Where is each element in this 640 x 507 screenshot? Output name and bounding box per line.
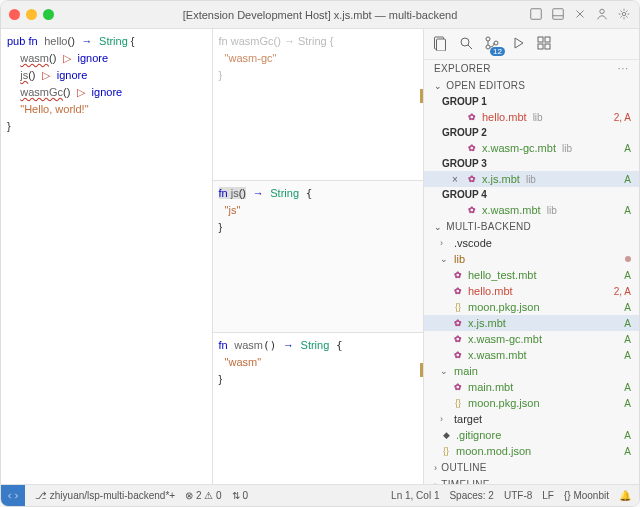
file-label: .gitignore [456,429,501,441]
editor-pane-wasmgc[interactable]: fn wasmGc() → String { "wasm-gc" } [213,29,424,181]
git-badge: A [624,350,631,361]
open-editor-item[interactable]: ✿hello.mbtlib2, A [424,109,639,125]
svg-rect-1 [553,8,564,19]
moonbit-file-icon: ✿ [452,333,464,345]
folder-item[interactable]: ⌄lib [424,251,639,267]
git-badge: A [624,382,631,393]
folder-item[interactable]: ›.vscode [424,235,639,251]
open-editor-item[interactable]: ×✿x.js.mbtlibA [424,171,639,187]
file-label: moon.pkg.json [468,301,540,313]
indent-status[interactable]: Spaces: 2 [449,490,493,501]
chevron-icon: › [440,414,450,424]
debug-icon[interactable] [510,35,526,53]
extensions-icon[interactable] [536,35,552,53]
modified-marker-icon [420,89,423,103]
editor-pane-js[interactable]: fn js() → String { "js" } [213,181,424,333]
file-label: moon.mod.json [456,445,531,457]
open-editor-item[interactable]: ✿x.wasm.mbtlibA [424,202,639,218]
maximize-window-button[interactable] [43,9,54,20]
file-item[interactable]: {}moon.pkg.jsonA [424,299,639,315]
editor-group-1[interactable]: pub fn hello() → String { wasm() ▷ ignor… [1,29,213,484]
source-control-icon[interactable] [484,35,500,53]
editor-area: pub fn hello() → String { wasm() ▷ ignor… [1,29,424,484]
file-item[interactable]: ✿x.wasm.mbtA [424,347,639,363]
editor-content[interactable]: pub fn hello() → String { wasm() ▷ ignor… [1,29,212,139]
open-editor-item[interactable]: ✿x.wasm-gc.mbtlibA [424,140,639,156]
window-controls [9,9,54,20]
close-icon[interactable] [573,7,587,23]
explorer-header: EXPLORER ··· [424,60,639,77]
account-icon[interactable] [595,7,609,23]
chevron-right-icon: › [434,463,437,473]
git-badge: A [624,398,631,409]
toggle-panel-icon[interactable] [551,7,565,23]
sidebar: EXPLORER ··· ⌄ OPEN EDITORS GROUP 1✿hell… [424,29,639,484]
folder-item[interactable]: ›target [424,411,639,427]
svg-point-12 [486,45,490,49]
search-icon[interactable] [458,35,474,53]
file-item[interactable]: ✿hello.mbt2, A [424,283,639,299]
git-badge: A [624,334,631,345]
remote-indicator[interactable] [1,485,25,507]
svg-rect-0 [531,8,542,19]
close-window-button[interactable] [9,9,20,20]
modified-dot-icon [625,256,631,262]
file-item[interactable]: ✿main.mbtA [424,379,639,395]
svg-line-10 [468,45,472,49]
git-badge: A [624,205,631,216]
git-badge: 2, A [614,112,631,123]
folder-label: lib [454,253,465,265]
git-badge: A [624,174,631,185]
file-item[interactable]: {}moon.pkg.jsonA [424,395,639,411]
outline-header[interactable]: › OUTLINE [424,459,639,476]
git-badge: A [624,143,631,154]
open-editors-header[interactable]: ⌄ OPEN EDITORS [424,77,639,94]
problems-status[interactable]: ⊗ 2 ⚠ 0 [185,490,221,501]
chevron-icon: ⌄ [440,254,450,264]
eol-status[interactable]: LF [542,490,554,501]
file-label: x.wasm-gc.mbt [468,333,542,345]
chevron-down-icon: ⌄ [434,222,442,232]
git-badge: A [624,270,631,281]
file-item[interactable]: ◆.gitignoreA [424,427,639,443]
modified-marker-icon [420,363,423,377]
gear-icon[interactable] [617,7,631,23]
svg-point-13 [494,41,498,45]
moonbit-file-icon: ✿ [452,317,464,329]
moonbit-file-icon: ✿ [466,173,478,185]
svg-rect-17 [538,44,543,49]
folder-item[interactable]: ⌄main [424,363,639,379]
more-actions-icon[interactable]: ··· [618,63,629,74]
project-header[interactable]: ⌄ MULTI-BACKEND [424,218,639,235]
file-item[interactable]: ✿x.wasm-gc.mbtA [424,331,639,347]
encoding-status[interactable]: UTF-8 [504,490,532,501]
close-editor-icon[interactable]: × [452,174,462,185]
notifications-icon[interactable]: 🔔 [619,490,631,501]
chevron-icon: ⌄ [440,366,450,376]
file-item[interactable]: ✿hello_test.mbtA [424,267,639,283]
editor-pane-wasm[interactable]: fn wasm() → String { "wasm" } [213,333,424,484]
svg-marker-14 [515,38,523,48]
chevron-icon: › [440,238,450,248]
editor-group-header: GROUP 4 [424,187,639,202]
svg-point-9 [461,38,469,46]
explorer-icon[interactable] [432,35,448,53]
file-item[interactable]: ✿x.js.mbtA [424,315,639,331]
cursor-position[interactable]: Ln 1, Col 1 [391,490,439,501]
file-label: x.js.mbt [482,173,520,185]
folder-label: target [454,413,482,425]
language-status[interactable]: {} Moonbit [564,490,609,501]
file-label: x.wasm.mbt [482,204,541,216]
ports-status[interactable]: ⇅ 0 [232,490,248,501]
editor-group-header: GROUP 3 [424,156,639,171]
moonbit-file-icon: ✿ [466,111,478,123]
git-branch-status[interactable]: ⎇ zhiyuan/lsp-multi-backend*+ [35,490,175,501]
window-title: [Extension Development Host] x.js.mbt — … [183,9,458,21]
git-badge: A [624,302,631,313]
file-label: hello.mbt [482,111,527,123]
minimize-window-button[interactable] [26,9,37,20]
file-label: moon.pkg.json [468,397,540,409]
file-item[interactable]: {}moon.mod.jsonA [424,443,639,459]
gitignore-file-icon: ◆ [440,429,452,441]
customize-layout-icon[interactable] [529,7,543,23]
